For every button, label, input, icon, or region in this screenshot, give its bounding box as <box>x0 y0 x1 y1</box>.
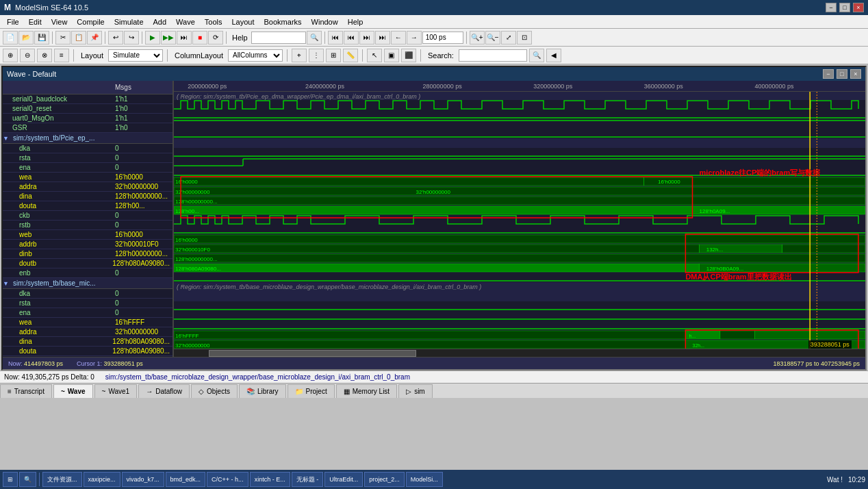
close-button[interactable]: × <box>853 3 864 12</box>
search-input[interactable] <box>459 49 527 62</box>
signal-row-18[interactable]: enb 0 <box>3 268 173 278</box>
task-cpp[interactable]: C/C++ - h... <box>207 472 248 487</box>
layout-select[interactable]: Simulate <box>108 49 163 62</box>
tab-objects[interactable]: ◇ Objects <box>191 384 238 398</box>
menu-simulate[interactable]: Simulate <box>110 16 148 27</box>
signal-row-7[interactable]: ena 0 <box>3 163 173 173</box>
tb-b5[interactable]: ← <box>391 31 406 45</box>
time-input[interactable] <box>422 32 463 44</box>
menu-window[interactable]: Window <box>307 16 342 27</box>
task-xintch[interactable]: xintch - E... <box>250 472 290 487</box>
tb-undo[interactable]: ↩ <box>108 31 123 45</box>
waveform-area[interactable]: 200000000 ps 240000000 ps 280000000 ps 3… <box>174 81 865 357</box>
signal-row-25[interactable]: dina 128'h080A09080... <box>3 337 173 347</box>
start-button[interactable]: ⊞ <box>3 472 18 487</box>
tab-library[interactable]: 📚 Library <box>239 384 286 398</box>
signal-row-13[interactable]: rstb 0 <box>3 221 173 230</box>
menu-add[interactable]: Add <box>149 16 171 27</box>
menu-compile[interactable]: Compile <box>73 16 108 27</box>
signal-list[interactable]: Msgs serial0_baudclock 1'h1 serial0_rese… <box>3 81 174 357</box>
tb-zoom-reset[interactable]: ⊡ <box>517 31 532 45</box>
task-wubiaoti[interactable]: 无标题 - <box>292 472 324 487</box>
tb-restart[interactable]: ⟳ <box>208 31 223 45</box>
tb2-select[interactable]: ▣ <box>384 49 399 62</box>
menu-view[interactable]: View <box>47 16 72 27</box>
menu-bookmarks[interactable]: Bookmarks <box>260 16 306 27</box>
tb-stop[interactable]: ■ <box>192 31 207 45</box>
tb-b3[interactable]: ⏭ <box>359 31 374 45</box>
tb-run[interactable]: ▶ <box>145 31 160 45</box>
tab-sim[interactable]: ▷ sim <box>398 384 433 398</box>
tb-save[interactable]: 💾 <box>34 31 49 45</box>
tb2-wave-expand[interactable]: ⊞ <box>326 49 341 62</box>
task-ultraedit[interactable]: UltraEdit... <box>324 472 363 487</box>
wave-maximize[interactable]: □ <box>837 69 847 79</box>
signal-row-0[interactable]: serial0_baudclock 1'h1 <box>3 95 173 104</box>
tb-b4[interactable]: ⏭ <box>375 31 390 45</box>
signal-row-15[interactable]: addrb 32'h000010F0 <box>3 240 173 249</box>
tb-b6[interactable]: → <box>407 31 422 45</box>
tb-b2[interactable]: ⏮ <box>344 31 359 45</box>
tb-paste[interactable]: 📌 <box>87 31 102 45</box>
task-xaxi[interactable]: xaxipcie... <box>84 472 120 487</box>
tab-wave[interactable]: ~ Wave <box>53 384 93 398</box>
tb2-ruler[interactable]: 📏 <box>343 49 358 62</box>
signal-row-8[interactable]: wea 16'h0000 <box>3 173 173 182</box>
tb-zoom-out[interactable]: 🔍− <box>485 31 500 45</box>
task-modelsim[interactable]: ModelSi... <box>406 472 443 487</box>
tb-zoom-fit[interactable]: ⤢ <box>501 31 516 45</box>
menu-help[interactable]: Help <box>344 16 368 27</box>
tb2-marker[interactable]: ⋮ <box>309 49 324 62</box>
tb2-cursor[interactable]: ⌖ <box>292 49 307 62</box>
signal-row-17[interactable]: doutb 128'h080A09080... <box>3 259 173 268</box>
signal-row-12[interactable]: ckb 0 <box>3 211 173 221</box>
tb-open[interactable]: 📂 <box>18 31 34 45</box>
signal-row-2[interactable]: uart0_MsgOn 1'h1 <box>3 114 173 123</box>
wave-hscroll-thumb[interactable] <box>209 350 416 357</box>
signal-row-5[interactable]: dka 0 <box>3 144 173 153</box>
signal-row-20[interactable]: dka 0 <box>3 289 173 299</box>
menu-file[interactable]: File <box>3 16 23 27</box>
tb-redo[interactable]: ↪ <box>124 31 139 45</box>
tb2-zoom-r[interactable]: ⬛ <box>401 49 416 62</box>
help-input[interactable] <box>251 32 306 44</box>
signal-row-6[interactable]: rsta 0 <box>3 153 173 163</box>
signal-row-22[interactable]: ena 0 <box>3 308 173 318</box>
search-prev[interactable]: ◀ <box>546 49 561 62</box>
signal-row-9[interactable]: addra 32'h00000000 <box>3 182 173 192</box>
tb-step[interactable]: ⏭ <box>177 31 192 45</box>
signal-row-24[interactable]: addra 32'h00000000 <box>3 327 173 337</box>
task-project2[interactable]: project_2... <box>364 472 405 487</box>
signal-row-14[interactable]: web 16'h0000 <box>3 230 173 240</box>
minimize-button[interactable]: − <box>826 3 837 12</box>
search-button[interactable]: 🔍 <box>19 472 36 487</box>
wave-close[interactable]: × <box>850 69 861 79</box>
task-vivado[interactable]: vivado_k7... <box>122 472 164 487</box>
tb2-b1[interactable]: ⊕ <box>3 49 18 62</box>
menu-tools[interactable]: Tools <box>201 16 227 27</box>
signal-row-11[interactable]: douta 128'h00... <box>3 201 173 211</box>
tb-cut[interactable]: ✂ <box>55 31 71 45</box>
signal-row-16[interactable]: dinb 128'h00000000... <box>3 249 173 259</box>
signal-row-1[interactable]: serial0_reset 1'h0 <box>3 104 173 114</box>
signal-group-19[interactable]: ▼sim:/system_tb/base_mic... <box>3 278 173 289</box>
tb-run-all[interactable]: ▶▶ <box>161 31 176 45</box>
tb2-b4[interactable]: ≡ <box>54 49 69 62</box>
tab-transcript[interactable]: ≡ Transcript <box>0 384 52 398</box>
maximize-button[interactable]: □ <box>839 3 850 12</box>
signal-row-21[interactable]: rsta 0 <box>3 299 173 308</box>
tb-help-go[interactable]: 🔍 <box>307 31 322 45</box>
menu-layout[interactable]: Layout <box>228 16 259 27</box>
tab-project[interactable]: 📁 Project <box>288 384 335 398</box>
signal-row-26[interactable]: douta 128'h080A09080... <box>3 347 173 356</box>
tab-dataflow[interactable]: → Dataflow <box>138 384 190 398</box>
signal-group-4[interactable]: ▼sim:/system_tb/Pcie_ep_... <box>3 133 173 144</box>
task-wenjianjia[interactable]: 文件资源... <box>42 472 82 487</box>
wave-hscrollbar[interactable] <box>174 349 865 357</box>
tb-copy[interactable]: 📋 <box>71 31 86 45</box>
tb-b1[interactable]: ⏮ <box>328 31 343 45</box>
column-layout-select[interactable]: AllColumns <box>228 49 283 62</box>
menu-edit[interactable]: Edit <box>25 16 46 27</box>
menu-wave[interactable]: Wave <box>172 16 199 27</box>
task-bmd[interactable]: bmd_edk... <box>166 472 206 487</box>
